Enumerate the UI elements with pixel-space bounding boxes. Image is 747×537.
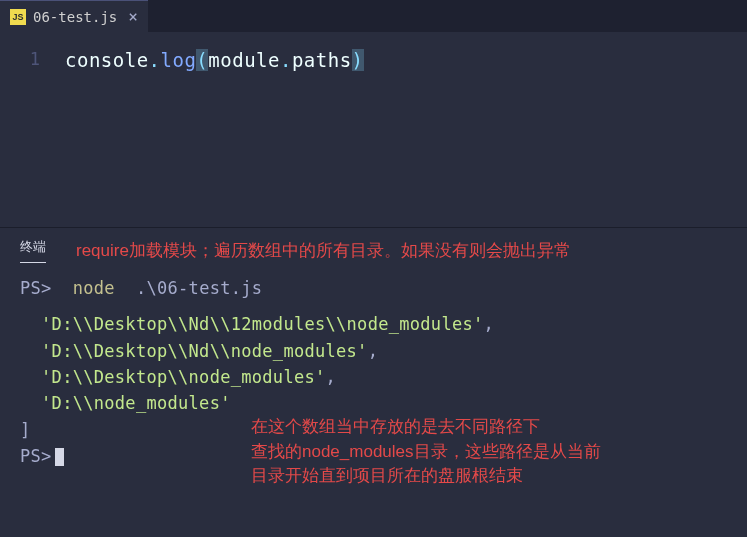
comma: , [326, 367, 337, 387]
code-editor[interactable]: 1 console.log(module.paths) [0, 32, 747, 227]
token-identifier: console [65, 49, 149, 71]
line-number: 1 [0, 49, 65, 71]
output-path: 'D:\\node_modules' [41, 393, 231, 413]
terminal-line: 'D:\\Desktop\\node_modules', [20, 364, 727, 390]
output-path: 'D:\\Desktop\\Nd\\12modules\\node_module… [41, 314, 483, 334]
editor-tab[interactable]: JS 06-test.js × [0, 0, 148, 32]
terminal-prompt: PS> [20, 278, 52, 298]
code-content: console.log(module.paths) [65, 49, 364, 71]
close-icon[interactable]: × [128, 7, 138, 26]
spacer [20, 301, 727, 311]
comma: , [484, 314, 495, 334]
js-file-icon: JS [10, 9, 26, 25]
terminal-line: 'D:\\Desktop\\Nd\\node_modules', [20, 338, 727, 364]
terminal-header: 终端 require加载模块；遍历数组中的所有目录。如果没有则会抛出异常 [20, 238, 727, 263]
cursor-icon [55, 448, 64, 466]
annotation-text: require加载模块；遍历数组中的所有目录。如果没有则会抛出异常 [76, 239, 571, 262]
comma: , [368, 341, 379, 361]
annotation-text: 在这个数组当中存放的是去不同路径下 [251, 415, 601, 440]
output-path: 'D:\\Desktop\\Nd\\node_modules' [41, 341, 368, 361]
terminal-arg: .\06-test.js [125, 278, 262, 298]
annotation-text: 目录开始直到项目所在的盘服根结束 [251, 464, 601, 489]
terminal-line: 'D:\\Desktop\\Nd\\12modules\\node_module… [20, 311, 727, 337]
token-property: paths [292, 49, 352, 71]
token-lparen: ( [196, 49, 208, 71]
terminal-line: 'D:\\node_modules' [20, 390, 727, 416]
annotation-text: 查找的node_modules目录，这些路径是从当前 [251, 440, 601, 465]
terminal-tab[interactable]: 终端 [20, 238, 46, 263]
output-path: 'D:\\Desktop\\node_modules' [41, 367, 325, 387]
tab-filename: 06-test.js [33, 9, 117, 25]
token-rparen: ) [352, 49, 364, 71]
tab-bar: JS 06-test.js × [0, 0, 747, 32]
token-identifier: module [208, 49, 280, 71]
token-dot: . [149, 49, 161, 71]
annotation-block: 在这个数组当中存放的是去不同路径下 查找的node_modules目录，这些路径… [251, 415, 601, 489]
bracket: ] [20, 420, 31, 440]
terminal-prompt: PS> [20, 446, 52, 466]
terminal-command: node [62, 278, 115, 298]
code-line: 1 console.log(module.paths) [0, 47, 747, 73]
token-dot: . [280, 49, 292, 71]
terminal-panel: 终端 require加载模块；遍历数组中的所有目录。如果没有则会抛出异常 PS>… [0, 228, 747, 479]
terminal-line: PS> node .\06-test.js [20, 275, 727, 301]
token-method: log [161, 49, 197, 71]
